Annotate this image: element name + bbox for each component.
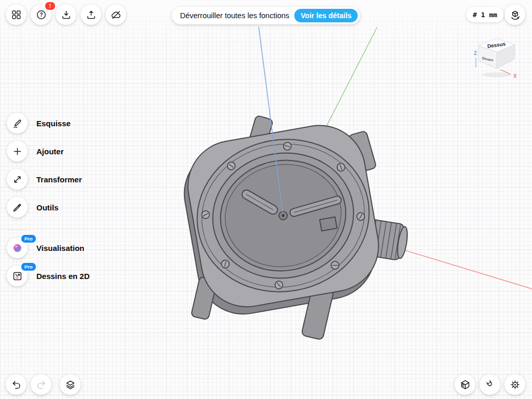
sidebar-item-label: Transformer (36, 175, 82, 184)
sidebar-item-label: Visualisation (36, 244, 84, 252)
sketch-pen-icon (12, 118, 23, 129)
sidebar-item-ajouter[interactable]: Ajouter (7, 141, 64, 162)
help-icon: ? (36, 9, 47, 20)
sidebar-item-dessins-2d[interactable]: Pro Dessins en 2D (7, 265, 90, 286)
watch-date-window (320, 217, 337, 231)
apps-menu-button[interactable] (6, 4, 26, 25)
undo-button[interactable] (6, 374, 26, 395)
import-button[interactable] (56, 4, 76, 25)
cloud-sync-button[interactable] (105, 4, 126, 25)
help-alert-badge: ! (44, 1, 56, 11)
display-style-button[interactable] (455, 374, 475, 395)
magnet-icon (485, 379, 496, 390)
view-orientation-button[interactable] (504, 4, 525, 25)
sidebar-item-label: Outils (36, 203, 59, 212)
transform-arrows-icon (12, 174, 23, 185)
watch-model-3d[interactable] (177, 115, 409, 340)
undo-icon (11, 379, 22, 390)
sidebar-item-label: Dessins en 2D (36, 272, 90, 281)
svg-text:?: ? (39, 11, 43, 18)
see-details-button[interactable]: Voir les détails (295, 9, 358, 22)
grid-step-value: 1 mm (481, 11, 497, 19)
sidebar-item-label: Ajouter (36, 147, 64, 156)
layers-button[interactable] (60, 374, 81, 395)
viewport-canvas[interactable] (0, 0, 532, 399)
sidebar-item-transformer[interactable]: Transformer (7, 169, 82, 190)
export-icon (86, 9, 97, 20)
sidebar-item-visualisation[interactable]: Pro Visualisation (7, 237, 84, 258)
settings-button[interactable] (504, 374, 525, 395)
import-icon (61, 9, 72, 20)
grid-step-button[interactable]: # 1 mm (466, 7, 504, 22)
view-orbit-icon (510, 9, 521, 20)
sidebar-item-outils[interactable]: Outils (7, 197, 59, 218)
pro-badge: Pro (20, 234, 37, 244)
tools-icon (12, 202, 23, 213)
settings-gear-icon (510, 379, 521, 390)
sidebar-divider (7, 230, 27, 230)
view-cube-shadow (482, 72, 511, 77)
snapping-button[interactable] (480, 374, 500, 395)
apps-grid-icon (11, 9, 22, 20)
redo-button[interactable] (31, 374, 51, 395)
view-cube[interactable]: Dessus Devant Z X (468, 31, 526, 82)
pro-badge: Pro (20, 262, 37, 272)
layers-icon (65, 379, 76, 390)
view-cube-x-label: X (513, 73, 517, 79)
export-button[interactable] (81, 4, 101, 25)
sidebar-item-esquisse[interactable]: Esquisse (7, 113, 71, 134)
sidebar-item-label: Esquisse (36, 119, 71, 128)
redo-icon (36, 379, 47, 390)
plus-icon (12, 146, 23, 157)
2d-drawings-icon (12, 271, 23, 282)
unlock-banner: Déverrouiller toutes les fonctions Voir … (171, 7, 360, 24)
watch-center-pin (282, 214, 285, 217)
cloud-offline-icon (111, 9, 122, 20)
unlock-banner-text: Déverrouiller toutes les fonctions (180, 11, 289, 20)
visualization-sphere-icon (12, 243, 23, 254)
grid-hash-icon: # (473, 11, 477, 19)
view-cube-z-label: Z (474, 50, 477, 56)
shaded-cube-icon (460, 379, 471, 390)
